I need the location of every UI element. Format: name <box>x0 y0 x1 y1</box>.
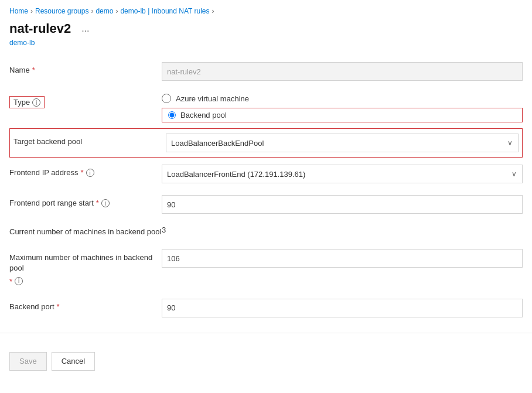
cancel-button[interactable]: Cancel <box>52 352 95 371</box>
breadcrumb-home[interactable]: Home <box>9 7 28 15</box>
current-machines-value: 3 <box>162 225 523 234</box>
type-info-icon[interactable]: i <box>32 98 40 107</box>
target-backend-pool-select[interactable]: LoadBalancerBackEndPool <box>166 134 519 152</box>
current-machines-label: Current number of machines in backend po… <box>9 225 162 237</box>
type-control: Azure virtual machine Backend pool <box>162 93 523 122</box>
current-machines-row: Current number of machines in backend po… <box>9 220 523 243</box>
save-button[interactable]: Save <box>9 352 47 371</box>
type-pool-option-outlined[interactable]: Backend pool <box>162 108 523 122</box>
ellipsis-button[interactable]: ... <box>78 22 93 35</box>
breadcrumb-demo-lb[interactable]: demo-lb | Inbound NAT rules <box>120 7 209 15</box>
name-input[interactable] <box>162 62 523 81</box>
frontend-ip-select[interactable]: LoadBalancerFrontEnd (172.191.139.61) <box>162 165 523 183</box>
name-row: Name * <box>9 56 523 87</box>
target-backend-pool-row: Target backend pool LoadBalancerBackEndP… <box>9 128 523 158</box>
backend-port-label: Backend port * <box>9 299 162 311</box>
type-pool-label[interactable]: Backend pool <box>180 111 227 119</box>
target-backend-pool-label: Target backend pool <box>13 134 166 146</box>
page-title: nat-rulev2 <box>9 21 71 36</box>
max-machines-label: Maximum number of machines in backend po… <box>9 249 162 287</box>
type-vm-option[interactable]: Azure virtual machine <box>162 94 523 103</box>
type-label-wrapper: Type i <box>9 93 162 108</box>
frontend-ip-row: Frontend IP address * i LoadBalancerFron… <box>9 159 523 189</box>
backend-port-row: Backend port * <box>9 293 523 323</box>
target-backend-pool-control: LoadBalancerBackEndPool ∨ <box>166 134 519 152</box>
max-machines-info-icon[interactable]: i <box>15 277 23 285</box>
footer-divider <box>0 333 532 333</box>
frontend-ip-label: Frontend IP address * i <box>9 165 162 177</box>
frontend-port-info-icon[interactable]: i <box>101 199 110 207</box>
breadcrumb-demo[interactable]: demo <box>96 7 113 15</box>
page-subtitle: demo-lb <box>0 39 532 56</box>
backend-port-input[interactable] <box>162 299 523 317</box>
breadcrumb: Home › Resource groups › demo › demo-lb … <box>0 0 532 19</box>
type-label-outlined: Type i <box>9 96 45 108</box>
type-pool-radio[interactable] <box>168 111 176 119</box>
form-container: Name * Type i Azure virtual machine <box>0 56 532 323</box>
max-machines-control <box>162 249 523 268</box>
target-backend-pool-select-wrapper: LoadBalancerBackEndPool ∨ <box>166 134 519 152</box>
max-machines-row: Maximum number of machines in backend po… <box>9 243 523 293</box>
frontend-port-row: Frontend port range start * i <box>9 189 523 220</box>
frontend-ip-control: LoadBalancerFrontEnd (172.191.139.61) ∨ <box>162 165 523 183</box>
breadcrumb-resource-groups[interactable]: Resource groups <box>35 7 88 15</box>
type-row: Type i Azure virtual machine Backend poo… <box>9 87 523 128</box>
frontend-ip-select-wrapper: LoadBalancerFrontEnd (172.191.139.61) ∨ <box>162 165 523 183</box>
name-label: Name * <box>9 62 162 74</box>
footer-actions: Save Cancel <box>0 343 532 380</box>
frontend-port-input[interactable] <box>162 195 523 214</box>
type-radio-group: Azure virtual machine Backend pool <box>162 93 523 122</box>
type-vm-label[interactable]: Azure virtual machine <box>176 94 249 103</box>
frontend-port-label: Frontend port range start * i <box>9 195 162 207</box>
type-vm-radio[interactable] <box>162 94 171 103</box>
name-control <box>162 62 523 81</box>
frontend-ip-info-icon[interactable]: i <box>86 169 94 177</box>
max-machines-input[interactable] <box>162 249 523 268</box>
frontend-port-control <box>162 195 523 214</box>
backend-port-control <box>162 299 523 317</box>
